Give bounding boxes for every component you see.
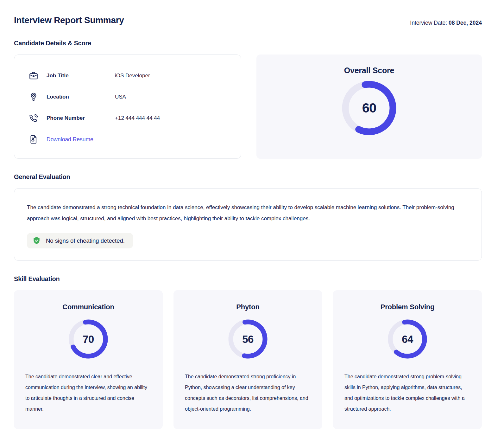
candidate-details-card: Job Title iOS Developer Location USA (14, 54, 241, 159)
skill-description: The candidate demonstrated clear and eff… (25, 371, 151, 414)
phone-label: Phone Number (47, 115, 115, 121)
skill-description: The candidate demonstrated strong proble… (344, 371, 470, 414)
skill-card-problem-solving: Problem Solving 64 The candidate demonst… (333, 290, 482, 429)
skill-card-communication: Communication 70 The candidate demonstra… (14, 290, 163, 429)
briefcase-icon (28, 70, 40, 82)
overall-score-title: Overall Score (263, 66, 476, 75)
overall-score-gauge: 60 (342, 81, 396, 135)
resume-icon (28, 133, 40, 145)
cheating-status-badge: No signs of cheating detected. (27, 233, 133, 248)
skill-card-phyton: Phyton 56 The candidate demonstrated str… (173, 290, 322, 429)
cheating-status-text: No signs of cheating detected. (46, 237, 125, 244)
skill-score-value: 64 (388, 319, 427, 359)
job-title-row: Job Title iOS Developer (28, 69, 228, 82)
skill-description: The candidate demonstrated strong profic… (185, 371, 311, 414)
page-header: Interview Report Summary Interview Date:… (14, 15, 482, 26)
candidate-details-heading: Candidate Details & Score (14, 40, 482, 47)
skill-gauge-phyton: 56 (228, 319, 268, 359)
download-resume-link[interactable]: Download Resume (47, 136, 93, 143)
general-evaluation-heading: General Evaluation (14, 173, 482, 181)
skill-score-value: 70 (69, 319, 108, 359)
location-row: Location USA (28, 91, 228, 103)
skill-gauge-communication: 70 (69, 319, 108, 359)
phone-value: +12 444 444 44 44 (115, 115, 160, 121)
resume-row: Download Resume (28, 133, 228, 146)
job-title-label: Job Title (47, 73, 115, 79)
phone-icon (28, 112, 40, 124)
job-title-value: iOS Developer (115, 73, 150, 79)
general-evaluation-card: The candidate demonstrated a strong tech… (14, 188, 482, 261)
general-evaluation-text: The candidate demonstrated a strong tech… (27, 202, 469, 224)
location-value: USA (115, 94, 126, 100)
skill-title: Problem Solving (344, 303, 470, 311)
overall-score-value: 60 (342, 81, 396, 135)
skill-title: Phyton (185, 303, 311, 311)
interview-date-label: Interview Date: (410, 20, 447, 26)
skill-title: Communication (25, 303, 151, 311)
skill-evaluation-heading: Skill Evaluation (14, 275, 482, 283)
interview-date-value: 08 Dec, 2024 (449, 20, 482, 26)
skill-grid: Communication 70 The candidate demonstra… (14, 290, 482, 429)
skill-score-value: 56 (228, 319, 268, 359)
phone-row: Phone Number +12 444 444 44 44 (28, 112, 228, 125)
skill-gauge-problem-solving: 64 (388, 319, 427, 359)
interview-report-page: Interview Report Summary Interview Date:… (0, 0, 504, 436)
page-title: Interview Report Summary (14, 15, 124, 25)
interview-date: Interview Date: 08 Dec, 2024 (410, 15, 482, 26)
map-pin-icon (28, 91, 40, 103)
shield-check-icon (32, 236, 41, 245)
overall-score-card: Overall Score 60 (256, 54, 482, 159)
location-label: Location (47, 94, 115, 100)
candidate-score-row: Job Title iOS Developer Location USA (14, 54, 482, 159)
